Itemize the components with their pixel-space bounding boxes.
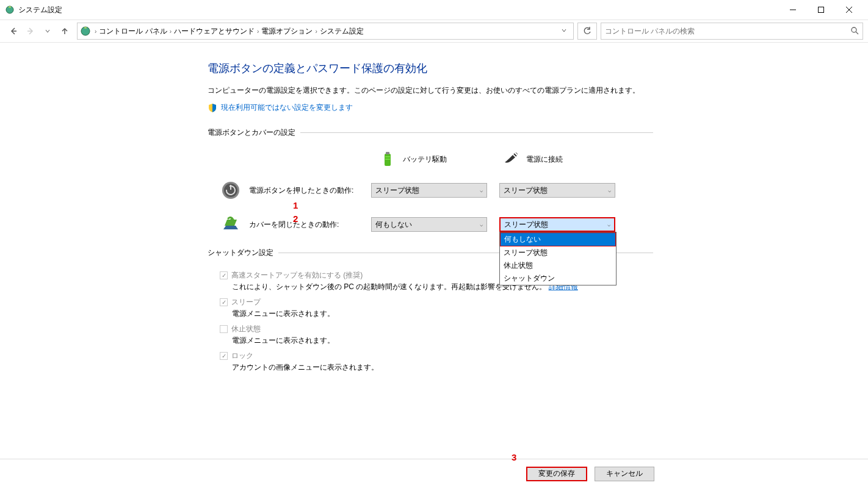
back-button[interactable] [5,23,22,40]
dropdown-option[interactable]: シャットダウン [500,272,616,285]
app-icon [5,5,15,15]
page-description: コンピューターの電源設定を選択できます。このページの設定に対して行う変更は、お使… [208,84,653,96]
breadcrumb-item[interactable]: 電源オプション [261,26,313,37]
minimize-button[interactable] [779,0,807,20]
battery-icon [378,150,397,168]
lock-checkbox[interactable]: ✓ [220,352,228,360]
cancel-button[interactable]: キャンセル [595,467,654,481]
lid-close-label: カバーを閉じたときの動作: [249,220,371,230]
maximize-button[interactable] [807,0,835,20]
svg-rect-15 [385,156,390,157]
breadcrumb-item[interactable]: コントロール パネル [99,26,167,37]
power-button-battery-select[interactable]: スリープ状態⌵ [371,183,487,198]
dropdown-option[interactable]: 何もしない [500,232,616,246]
chevron-down-icon[interactable] [561,27,571,35]
lid-close-battery-select[interactable]: 何もしない⌵ [371,217,487,232]
sleep-label: スリープ [231,297,261,307]
chevron-down-icon: ⌵ [480,221,483,228]
annotation-3: 3 [512,452,516,462]
up-button[interactable] [56,23,73,40]
chevron-down-icon: ⌵ [480,187,483,193]
lid-close-plugged-select[interactable]: スリープ状態⌵ 何もしない スリープ状態 休止状態 シャットダウン [499,217,615,232]
chevron-right-icon: › [95,28,96,35]
fast-startup-checkbox[interactable]: ✓ [220,271,228,279]
recent-dropdown[interactable] [39,23,56,40]
chevron-down-icon: ⌵ [608,187,611,193]
hibernate-label: 休止状態 [231,324,261,334]
column-battery-label: バッテリ駆動 [403,154,447,165]
power-button-plugged-select[interactable]: スリープ状態⌵ [499,183,615,198]
svg-line-17 [514,154,516,156]
dropdown-option[interactable]: スリープ状態 [500,246,616,259]
page-title: 電源ボタンの定義とパスワード保護の有効化 [208,61,868,76]
svg-line-12 [856,32,858,34]
window-title: システム設定 [18,5,62,15]
admin-link-text: 現在利用可能ではない設定を変更します [221,102,353,113]
annotation-2: 2 [293,214,298,224]
plug-icon [502,150,520,168]
hibernate-checkbox[interactable]: ✓ [220,325,228,333]
search-icon[interactable] [850,26,859,37]
title-bar: システム設定 [0,0,868,20]
chevron-right-icon: › [170,28,172,35]
section-title-buttons: 電源ボタンとカバーの設定 [208,127,295,138]
svg-rect-10 [84,27,87,29]
svg-rect-16 [385,159,390,160]
power-button-label: 電源ボタンを押したときの動作: [249,185,371,196]
section-title-shutdown: シャットダウン設定 [208,248,273,258]
hibernate-desc: 電源メニューに表示されます。 [220,336,653,346]
chevron-down-icon: ⌵ [607,221,610,228]
svg-point-11 [852,27,856,32]
breadcrumb-item[interactable]: システム設定 [320,26,364,37]
svg-rect-3 [819,7,824,13]
svg-rect-1 [9,6,11,8]
address-bar[interactable]: › コントロール パネル › ハードウェアとサウンド › 電源オプション › シ… [77,23,574,40]
svg-line-18 [516,152,518,154]
search-box[interactable] [601,23,863,40]
annotation-1: 1 [293,200,298,210]
save-button[interactable]: 変更の保存 [526,467,587,481]
chevron-right-icon: › [257,28,259,35]
fast-startup-label: 高速スタートアップを有効にする (推奨) [231,270,363,281]
sleep-desc: 電源メニューに表示されます。 [220,309,653,319]
navigation-bar: › コントロール パネル › ハードウェアとサウンド › 電源オプション › シ… [0,20,868,43]
power-options-icon [80,26,91,37]
column-plugged-label: 電源に接続 [526,154,563,165]
forward-button[interactable] [22,23,39,40]
footer: 変更の保存 キャンセル [0,459,868,488]
dropdown-menu: 何もしない スリープ状態 休止状態 シャットダウン [499,232,617,285]
lock-label: ロック [231,351,253,361]
search-input[interactable] [605,27,850,35]
dropdown-option[interactable]: 休止状態 [500,259,616,272]
lock-desc: アカウントの画像メニューに表示されます。 [220,362,653,373]
admin-settings-link[interactable]: 現在利用可能ではない設定を変更します [208,102,868,113]
chevron-right-icon: › [315,28,317,35]
lid-close-icon [220,214,242,235]
shield-icon [208,103,217,113]
sleep-checkbox[interactable]: ✓ [220,298,228,306]
divider [300,132,653,133]
refresh-button[interactable] [577,23,597,40]
power-button-icon [220,179,242,201]
breadcrumb-item[interactable]: ハードウェアとサウンド [174,26,255,37]
svg-rect-14 [386,152,389,154]
close-button[interactable] [835,0,863,20]
